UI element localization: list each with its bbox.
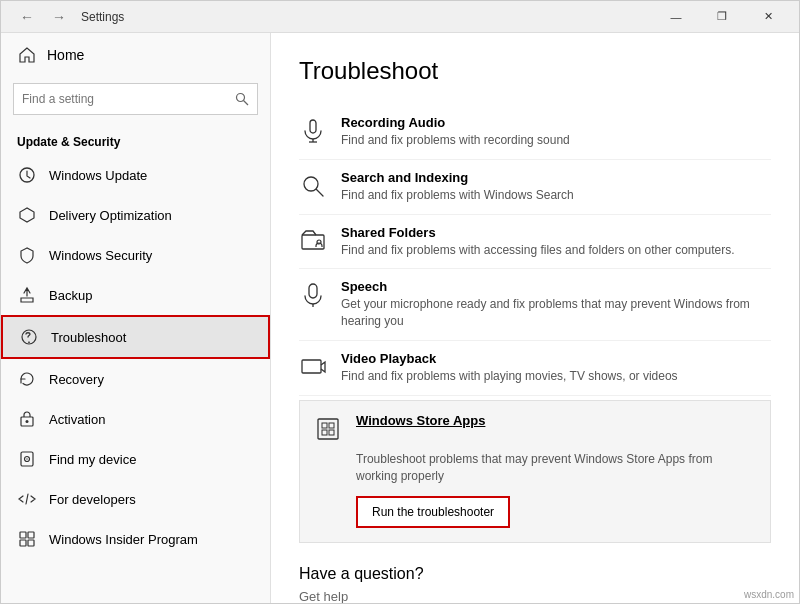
svg-line-1 (244, 101, 249, 106)
video-playback-icon (299, 353, 327, 381)
sidebar-label-backup: Backup (49, 288, 92, 303)
sidebar-item-windows-update[interactable]: Windows Update (1, 155, 270, 195)
sidebar-item-find-my-device[interactable]: Find my device (1, 439, 270, 479)
sidebar-label-delivery-optimization: Delivery Optimization (49, 208, 172, 223)
backup-icon (17, 285, 37, 305)
shared-folders-desc: Find and fix problems with accessing fil… (341, 242, 735, 259)
sidebar-label-windows-insider: Windows Insider Program (49, 532, 198, 547)
search-indexing-desc: Find and fix problems with Windows Searc… (341, 187, 574, 204)
svg-rect-12 (20, 540, 26, 546)
windows-store-section: Windows Store Apps Troubleshoot problems… (299, 400, 771, 544)
search-icon (235, 92, 249, 106)
search-indexing-text: Search and Indexing Find and fix problem… (341, 170, 574, 204)
sidebar-item-activation[interactable]: Activation (1, 399, 270, 439)
home-icon (17, 45, 37, 65)
svg-rect-13 (28, 540, 34, 546)
minimize-button[interactable]: — (653, 1, 699, 33)
sidebar-label-troubleshoot: Troubleshoot (51, 330, 126, 345)
svg-rect-24 (318, 419, 338, 439)
sidebar-item-delivery-optimization[interactable]: Delivery Optimization (1, 195, 270, 235)
svg-point-0 (237, 94, 245, 102)
forward-button[interactable]: → (45, 3, 73, 31)
main-content: Home Update & Security (1, 33, 799, 603)
shared-folders-text: Shared Folders Find and fix problems wit… (341, 225, 735, 259)
sidebar: Home Update & Security (1, 33, 271, 603)
speech-text: Speech Get your microphone ready and fix… (341, 279, 771, 330)
windows-store-header: Windows Store Apps (314, 413, 756, 443)
shared-folders-title: Shared Folders (341, 225, 735, 240)
titlebar: ← → Settings — ❐ ✕ (1, 1, 799, 33)
windows-security-icon (17, 245, 37, 265)
sidebar-item-backup[interactable]: Backup (1, 275, 270, 315)
svg-point-9 (26, 458, 27, 459)
settings-window: ← → Settings — ❐ ✕ Home (0, 0, 800, 604)
titlebar-left: ← → Settings (13, 3, 124, 31)
find-my-device-icon (17, 449, 37, 469)
shared-folders-icon (299, 227, 327, 255)
svg-point-6 (26, 420, 29, 423)
search-box[interactable] (13, 83, 258, 115)
get-help-link[interactable]: Get help (299, 589, 771, 603)
svg-rect-27 (322, 430, 327, 435)
home-label: Home (47, 47, 84, 63)
recording-audio-icon (299, 117, 327, 145)
content-area: Troubleshoot Recording Audio Find and fi… (271, 33, 799, 603)
sidebar-label-windows-security: Windows Security (49, 248, 152, 263)
svg-rect-23 (302, 360, 321, 373)
for-developers-icon (17, 489, 37, 509)
run-troubleshooter-button[interactable]: Run the troubleshooter (356, 496, 510, 528)
sidebar-section-title: Update & Security (1, 125, 270, 155)
recording-audio-desc: Find and fix problems with recording sou… (341, 132, 570, 149)
watermark: wsxdn.com (744, 589, 794, 600)
speech-title: Speech (341, 279, 771, 294)
search-indexing-title: Search and Indexing (341, 170, 574, 185)
windows-store-icon (314, 415, 342, 443)
sidebar-item-windows-security[interactable]: Windows Security (1, 235, 270, 275)
sidebar-home[interactable]: Home (1, 33, 270, 77)
troubleshoot-item-search-indexing: Search and Indexing Find and fix problem… (299, 160, 771, 215)
svg-rect-10 (20, 532, 26, 538)
svg-rect-28 (329, 430, 334, 435)
windows-update-icon (17, 165, 37, 185)
speech-desc: Get your microphone ready and fix proble… (341, 296, 771, 330)
sidebar-item-for-developers[interactable]: For developers (1, 479, 270, 519)
activation-icon (17, 409, 37, 429)
window-controls: — ❐ ✕ (653, 1, 791, 33)
svg-point-17 (304, 177, 318, 191)
recording-audio-title: Recording Audio (341, 115, 570, 130)
sidebar-label-find-my-device: Find my device (49, 452, 136, 467)
svg-rect-25 (322, 423, 327, 428)
close-button[interactable]: ✕ (745, 1, 791, 33)
recording-audio-text: Recording Audio Find and fix problems wi… (341, 115, 570, 149)
video-playback-text: Video Playback Find and fix problems wit… (341, 351, 678, 385)
nav-arrows: ← → (13, 3, 73, 31)
speech-icon (299, 281, 327, 309)
troubleshoot-item-speech: Speech Get your microphone ready and fix… (299, 269, 771, 341)
svg-rect-14 (310, 120, 316, 133)
sidebar-label-activation: Activation (49, 412, 105, 427)
video-playback-title: Video Playback (341, 351, 678, 366)
search-indexing-icon (299, 172, 327, 200)
svg-rect-26 (329, 423, 334, 428)
sidebar-item-windows-insider[interactable]: Windows Insider Program (1, 519, 270, 559)
video-playback-desc: Find and fix problems with playing movie… (341, 368, 678, 385)
svg-point-4 (28, 342, 29, 343)
search-input[interactable] (22, 92, 235, 106)
troubleshoot-icon (19, 327, 39, 347)
sidebar-item-troubleshoot[interactable]: Troubleshoot (1, 315, 270, 359)
have-question-title: Have a question? (299, 565, 771, 583)
sidebar-label-recovery: Recovery (49, 372, 104, 387)
sidebar-item-recovery[interactable]: Recovery (1, 359, 270, 399)
windows-insider-icon (17, 529, 37, 549)
windows-store-title: Windows Store Apps (356, 413, 485, 428)
svg-line-18 (317, 189, 324, 196)
troubleshoot-item-recording-audio: Recording Audio Find and fix problems wi… (299, 105, 771, 160)
svg-rect-11 (28, 532, 34, 538)
sidebar-label-for-developers: For developers (49, 492, 136, 507)
maximize-button[interactable]: ❐ (699, 1, 745, 33)
sidebar-label-windows-update: Windows Update (49, 168, 147, 183)
back-button[interactable]: ← (13, 3, 41, 31)
windows-store-desc: Troubleshoot problems that may prevent W… (356, 451, 756, 485)
window-title: Settings (81, 10, 124, 24)
delivery-optimization-icon (17, 205, 37, 225)
